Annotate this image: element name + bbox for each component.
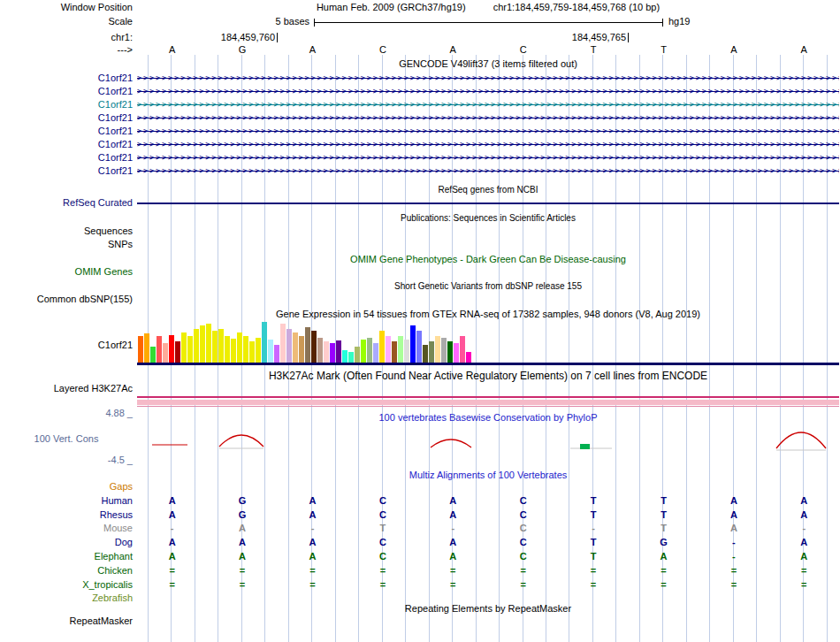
- gtex-bar[interactable]: [163, 343, 168, 363]
- alignment-row[interactable]: ==========: [137, 565, 839, 577]
- gtex-bar[interactable]: [293, 332, 298, 363]
- gene-transcript-row[interactable]: >>>>>>>>>>>>>>>>>>>>>>>>>>>>>>>>>>>>>>>>…: [137, 112, 839, 123]
- species-label-chicken[interactable]: Chicken: [0, 565, 133, 577]
- refseq-curated-track-line[interactable]: [137, 203, 839, 204]
- gene-transcript-row[interactable]: >>>>>>>>>>>>>>>>>>>>>>>>>>>>>>>>>>>>>>>>…: [137, 152, 839, 163]
- gtex-bar[interactable]: [243, 336, 248, 363]
- species-label-gaps[interactable]: Gaps: [0, 481, 133, 493]
- gtex-bar[interactable]: [398, 336, 403, 363]
- gtex-bar[interactable]: [373, 343, 378, 363]
- alignment-row[interactable]: [137, 481, 839, 493]
- alignment-row[interactable]: AGACACTTAA: [137, 495, 839, 507]
- gene-label[interactable]: C1orf21: [0, 126, 133, 137]
- gtex-expression-barchart[interactable]: [138, 318, 474, 363]
- gtex-bar[interactable]: [454, 343, 459, 363]
- gtex-bar[interactable]: [367, 338, 372, 363]
- gtex-bar[interactable]: [144, 333, 149, 363]
- species-label-mouse[interactable]: Mouse: [0, 523, 133, 534]
- gtex-bar[interactable]: [324, 341, 329, 363]
- gtex-bar[interactable]: [138, 336, 143, 363]
- gtex-bar[interactable]: [336, 340, 341, 363]
- gene-label[interactable]: C1orf21: [0, 86, 133, 97]
- gtex-bar[interactable]: [441, 338, 447, 363]
- alignment-row[interactable]: -A-T-C-TA-: [137, 523, 839, 534]
- gtex-bar[interactable]: [262, 322, 267, 363]
- alignment-row[interactable]: ==========: [137, 579, 839, 591]
- gtex-bar[interactable]: [317, 338, 323, 363]
- gtex-bar[interactable]: [237, 332, 242, 363]
- gtex-bar[interactable]: [200, 325, 205, 363]
- gtex-bar[interactable]: [435, 336, 440, 363]
- reference-sequence-row[interactable]: AGACACTTAA: [137, 44, 839, 56]
- gtex-bar[interactable]: [299, 336, 304, 363]
- gtex-bar[interactable]: [447, 341, 453, 363]
- gene-transcript-row[interactable]: >>>>>>>>>>>>>>>>>>>>>>>>>>>>>>>>>>>>>>>>…: [137, 99, 839, 110]
- species-label-dog[interactable]: Dog: [0, 537, 133, 548]
- gtex-bar[interactable]: [150, 347, 156, 363]
- gtex-bar[interactable]: [212, 331, 218, 363]
- gtex-bar[interactable]: [429, 341, 434, 363]
- alignment-row[interactable]: AAACACTG-A: [137, 537, 839, 548]
- gtex-bar[interactable]: [218, 329, 224, 363]
- h3k27ac-band[interactable]: [137, 406, 839, 407]
- gtex-bar[interactable]: [249, 341, 255, 363]
- species-label-zebrafish[interactable]: Zebrafish: [0, 592, 133, 604]
- repeatmasker-label[interactable]: RepeatMasker: [0, 615, 133, 627]
- phylop-track-label[interactable]: 100 Vert. Cons: [0, 433, 133, 445]
- gtex-bar[interactable]: [342, 350, 347, 363]
- gene-label[interactable]: C1orf21: [0, 73, 133, 84]
- gene-label[interactable]: C1orf21: [0, 165, 133, 177]
- gtex-bar[interactable]: [404, 340, 409, 363]
- alignment-row[interactable]: AAACACTA-A: [137, 551, 839, 562]
- gene-transcript-row[interactable]: >>>>>>>>>>>>>>>>>>>>>>>>>>>>>>>>>>>>>>>>…: [137, 73, 839, 83]
- gtex-bar[interactable]: [386, 336, 391, 363]
- gene-transcript-row[interactable]: >>>>>>>>>>>>>>>>>>>>>>>>>>>>>>>>>>>>>>>>…: [137, 165, 839, 176]
- species-label-rhesus[interactable]: Rhesus: [0, 509, 133, 521]
- gtex-bar[interactable]: [206, 324, 211, 363]
- species-label-x_tropicalis[interactable]: X_tropicalis: [0, 579, 133, 591]
- omim-genes-label[interactable]: OMIM Genes: [0, 266, 133, 278]
- layered-h3k27ac-label[interactable]: Layered H3K27Ac: [0, 383, 133, 394]
- gtex-bar[interactable]: [460, 336, 465, 363]
- common-dbsnp-label[interactable]: Common dbSNP(155): [0, 294, 133, 305]
- gtex-bar[interactable]: [361, 340, 366, 363]
- gtex-bar[interactable]: [311, 331, 317, 363]
- gtex-bar[interactable]: [379, 331, 385, 363]
- gtex-bar[interactable]: [187, 336, 193, 363]
- gtex-gene-label[interactable]: C1orf21: [0, 340, 133, 351]
- gene-transcript-row[interactable]: >>>>>>>>>>>>>>>>>>>>>>>>>>>>>>>>>>>>>>>>…: [137, 139, 839, 149]
- alignment-row[interactable]: AGACACTTAA: [137, 509, 839, 521]
- species-label-elephant[interactable]: Elephant: [0, 551, 133, 562]
- gene-label[interactable]: C1orf21: [0, 139, 133, 150]
- snps-label[interactable]: SNPs: [0, 239, 133, 250]
- alignment-row[interactable]: [137, 592, 839, 604]
- gene-transcript-row[interactable]: >>>>>>>>>>>>>>>>>>>>>>>>>>>>>>>>>>>>>>>>…: [137, 86, 839, 96]
- species-label-human[interactable]: Human: [0, 495, 133, 507]
- h3k27ac-band[interactable]: [137, 396, 839, 398]
- gtex-bar[interactable]: [175, 341, 180, 363]
- gtex-bar[interactable]: [305, 327, 310, 363]
- gtex-bar[interactable]: [157, 336, 162, 363]
- gtex-bar[interactable]: [348, 352, 354, 363]
- gtex-bar[interactable]: [194, 329, 199, 363]
- gtex-bar[interactable]: [330, 343, 335, 363]
- gtex-bar[interactable]: [410, 325, 416, 363]
- gtex-bar[interactable]: [231, 339, 236, 363]
- refseq-curated-label[interactable]: RefSeq Curated: [0, 197, 133, 209]
- gtex-bar[interactable]: [268, 340, 273, 363]
- gtex-bar[interactable]: [423, 345, 428, 363]
- gtex-bar[interactable]: [225, 336, 230, 363]
- gene-label[interactable]: C1orf21: [0, 112, 133, 124]
- gene-label[interactable]: C1orf21: [0, 99, 133, 111]
- gene-transcript-row[interactable]: >>>>>>>>>>>>>>>>>>>>>>>>>>>>>>>>>>>>>>>>…: [137, 126, 839, 136]
- gtex-bar[interactable]: [392, 341, 397, 363]
- gene-label[interactable]: C1orf21: [0, 152, 133, 164]
- gtex-bar[interactable]: [181, 332, 187, 363]
- gtex-bar[interactable]: [286, 329, 292, 363]
- gtex-bar[interactable]: [355, 347, 360, 363]
- gtex-bar[interactable]: [274, 345, 279, 363]
- gtex-bar[interactable]: [256, 338, 261, 363]
- h3k27ac-band[interactable]: [137, 400, 839, 405]
- gtex-bar[interactable]: [416, 331, 422, 363]
- gtex-bar[interactable]: [280, 324, 286, 363]
